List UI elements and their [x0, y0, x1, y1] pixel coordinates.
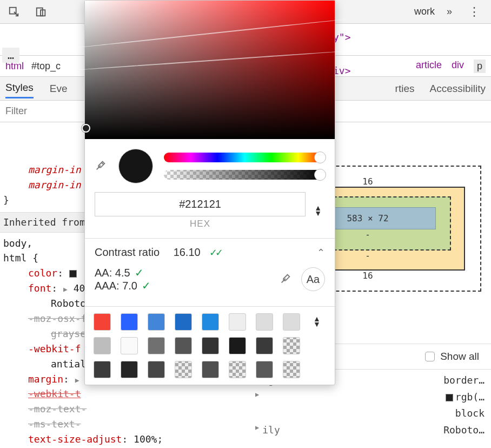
- device-toggle-icon[interactable]: [34, 4, 49, 19]
- palette-swatch[interactable]: [175, 361, 192, 378]
- hex-input[interactable]: [95, 192, 306, 216]
- show-all-checkbox[interactable]: [425, 352, 435, 361]
- tab-properties[interactable]: rties: [395, 83, 415, 95]
- selector-html[interactable]: html {: [3, 252, 38, 263]
- computed-name: [262, 389, 446, 406]
- palette-swatch[interactable]: [175, 313, 192, 331]
- palette-swatch[interactable]: [148, 313, 165, 331]
- computed-name: ily: [262, 422, 443, 439]
- prop-moz-text[interactable]: -moz-text-: [3, 401, 247, 417]
- hue-slider[interactable]: [164, 153, 325, 162]
- palette-swatch[interactable]: [202, 313, 219, 331]
- crumb-article[interactable]: article: [416, 60, 442, 73]
- expand-icon-2[interactable]: ▶: [75, 376, 79, 384]
- palette-swatch[interactable]: [229, 313, 246, 331]
- saturation-area[interactable]: [85, 1, 335, 139]
- crumb-p[interactable]: p: [474, 60, 486, 73]
- chevron-down-icon: ▼: [314, 211, 322, 216]
- palette-swatch[interactable]: [121, 361, 138, 378]
- selector-body[interactable]: body,: [3, 238, 32, 249]
- computed-row[interactable]: ▶ ily Roboto…: [255, 422, 485, 439]
- val-roboto: Roboto: [51, 298, 86, 309]
- palette-swatch[interactable]: [148, 361, 165, 378]
- hue-thumb[interactable]: [314, 151, 326, 163]
- prop-margin-inline-2[interactable]: margin-in: [28, 179, 81, 190]
- contrast-label: Contrast ratio: [95, 246, 160, 259]
- prop-color[interactable]: color: [28, 267, 57, 279]
- computed-value: rgb(…: [446, 389, 485, 406]
- tab-styles[interactable]: Styles: [5, 82, 34, 98]
- palette-swatch[interactable]: [256, 337, 273, 354]
- contrast-curve-line: [72, 18, 347, 48]
- check-icon: ✓: [135, 266, 144, 279]
- prop-margin[interactable]: margin: [28, 373, 63, 385]
- alpha-thumb[interactable]: [314, 169, 326, 181]
- saturation-cursor[interactable]: [82, 124, 90, 133]
- palette-swatch[interactable]: [202, 361, 219, 378]
- show-all-label: Show all: [440, 351, 479, 363]
- palette-swatch[interactable]: [283, 361, 300, 378]
- palette-swatch[interactable]: [94, 361, 111, 378]
- palette-swatch[interactable]: [94, 313, 111, 331]
- prop-ms-text[interactable]: -ms-text-: [3, 417, 247, 432]
- dom-node-div[interactable]: iv>: [333, 65, 351, 76]
- contrast-aa-label: AA: 4.5: [95, 267, 130, 279]
- palette-swatch[interactable]: [148, 337, 165, 354]
- triangle-icon[interactable]: ▶: [255, 422, 259, 439]
- eyedropper-icon[interactable]: [95, 160, 108, 173]
- palette-swatch[interactable]: [94, 337, 111, 354]
- crumb-div[interactable]: div: [452, 60, 464, 73]
- palette-swatch[interactable]: [229, 337, 246, 354]
- contrast-curve-line: [72, 50, 347, 71]
- computed-row[interactable]: ▶ rgb(…: [255, 389, 485, 406]
- palette-swatch[interactable]: [229, 361, 246, 378]
- computed-row[interactable]: block: [255, 405, 485, 422]
- contrast-value: 16.10: [174, 246, 201, 259]
- prop-text-size-adjust[interactable]: text-size-adjust: [28, 433, 122, 445]
- tab-events[interactable]: Eve: [50, 83, 68, 95]
- computed-value: Roboto…: [443, 422, 485, 439]
- palette-swatch[interactable]: [121, 313, 138, 331]
- chevron-up-icon[interactable]: ⌃: [317, 247, 325, 259]
- alpha-slider[interactable]: [164, 170, 325, 180]
- inspect-element-icon[interactable]: [6, 4, 22, 19]
- contrast-ratio-row[interactable]: Contrast ratio 16.10 ✓✓ ⌃: [85, 239, 335, 266]
- format-stepper[interactable]: ▲▼: [311, 206, 325, 216]
- prop-webkit-text[interactable]: -webkit-t: [3, 386, 247, 401]
- prop-font[interactable]: font: [28, 282, 51, 294]
- text-sample-button[interactable]: Aa: [301, 267, 325, 291]
- hex-format-label: HEX: [190, 219, 210, 229]
- palette-swatch[interactable]: [202, 337, 219, 354]
- collapsed-ellipsis[interactable]: …: [2, 48, 19, 63]
- color-picker: HEX ▲▼ Contrast ratio 16.10 ✓✓ ⌃ AA: 4.5…: [84, 0, 335, 385]
- palette-swatch[interactable]: [256, 313, 273, 331]
- rule-close-brace: }: [3, 194, 9, 206]
- prop-margin-inline-1[interactable]: margin-in: [28, 164, 81, 175]
- val-font[interactable]: 40: [74, 282, 85, 294]
- computed-name: [255, 405, 455, 422]
- tabs-overflow-icon[interactable]: »: [447, 6, 452, 17]
- double-check-icon: ✓✓: [209, 247, 221, 259]
- contrast-aaa-label: AAA: 7.0: [95, 280, 137, 292]
- palette-swatch[interactable]: [175, 337, 192, 354]
- bg-eyedropper-icon[interactable]: [280, 273, 293, 286]
- palette-swatch[interactable]: [121, 337, 138, 354]
- computed-value: block: [455, 405, 485, 422]
- val-antialiased: antial: [51, 358, 86, 370]
- palette-swatch[interactable]: [283, 313, 300, 331]
- styles-filter-input[interactable]: [0, 102, 87, 120]
- prop-webkit-font[interactable]: -webkit-f: [28, 343, 81, 354]
- val-tsa[interactable]: 100%: [134, 433, 157, 445]
- tab-accessibility[interactable]: Accessibility: [430, 83, 486, 95]
- palette-swatch[interactable]: [283, 337, 300, 354]
- dom-node-body[interactable]: y">: [333, 31, 351, 43]
- color-swatch-icon[interactable]: [69, 270, 77, 278]
- palette: ▲▼: [85, 307, 335, 385]
- palette-stepper[interactable]: ▲▼: [310, 317, 326, 327]
- expand-icon[interactable]: ▶: [63, 285, 68, 293]
- crumb-top[interactable]: #top_c: [31, 61, 61, 72]
- menu-dots-icon[interactable]: ⋮: [464, 5, 485, 19]
- palette-swatch[interactable]: [256, 361, 273, 378]
- triangle-icon[interactable]: ▶: [255, 389, 259, 406]
- tab-network[interactable]: work: [414, 6, 435, 17]
